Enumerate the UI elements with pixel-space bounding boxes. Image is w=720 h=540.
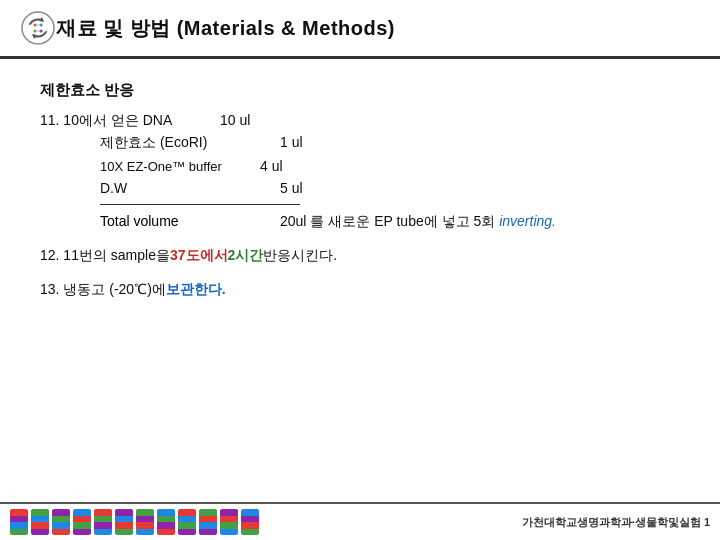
dna-strip	[52, 509, 70, 535]
line13-text: 13. 냉동고 (-20℃)에	[40, 281, 166, 299]
dna-strip	[178, 509, 196, 535]
footer-brand: 가천대학교생명과학과·생물학및실험 1	[522, 515, 710, 530]
dna-strip	[241, 509, 259, 535]
dna-strip	[73, 509, 91, 535]
svg-point-0	[22, 12, 54, 44]
reagent1-line: 제한효소 (EcoRI) 1 ul	[100, 134, 680, 152]
dna-strip	[157, 509, 175, 535]
total-line: Total volume 20ul 를 새로운 EP tube에 넣고 5회 i…	[40, 213, 680, 231]
reagent3-value: 5 ul	[280, 180, 303, 196]
total-desc-text: 20ul 를 새로운 EP tube에 넣고 5회	[280, 213, 495, 229]
reagent2-line: 10X EZ-One™ buffer 4 ul	[100, 158, 680, 174]
line11-value: 10 ul	[220, 112, 250, 128]
line12-text: 12. 11번의 sample을	[40, 247, 170, 265]
line13-highlight: 보관한다.	[166, 281, 226, 299]
dna-strip	[136, 509, 154, 535]
reagent2-label: 10X EZ-One™ buffer	[100, 159, 260, 174]
line11-label: 11. 10에서 얻은 DNA	[40, 112, 220, 130]
page-title: 재료 및 방법 (Materials & Methods)	[56, 15, 395, 42]
dna-strip	[199, 509, 217, 535]
inverting-text: inverting.	[499, 213, 556, 229]
section-title: 제한효소 반응	[40, 81, 680, 100]
footer-dna-strips	[10, 509, 259, 535]
line-12: 12. 11번의 sample을 37도에서 2시간 반응시킨다.	[40, 247, 680, 265]
reagent1-label: 제한효소 (EcoRI)	[100, 134, 280, 152]
dna-logo-icon	[20, 10, 56, 46]
line12-temp: 37도에서	[170, 247, 228, 265]
footer: 가천대학교생명과학과·생물학및실험 1	[0, 502, 720, 540]
dna-strip	[94, 509, 112, 535]
divider	[100, 204, 300, 205]
reagent2-value: 4 ul	[260, 158, 283, 174]
reagent1-value: 1 ul	[280, 134, 303, 150]
dna-strip	[10, 509, 28, 535]
total-desc: 20ul 를 새로운 EP tube에 넣고 5회 inverting.	[280, 213, 556, 231]
main-content: 제한효소 반응 11. 10에서 얻은 DNA 10 ul 제한효소 (EcoR…	[0, 59, 720, 319]
dna-strip	[115, 509, 133, 535]
reagent3-label: D.W	[100, 180, 280, 196]
line-11: 11. 10에서 얻은 DNA 10 ul	[40, 112, 680, 130]
line-13: 13. 냉동고 (-20℃)에 보관한다.	[40, 281, 680, 299]
header: 재료 및 방법 (Materials & Methods)	[0, 0, 720, 59]
dna-strip	[220, 509, 238, 535]
total-label: Total volume	[100, 213, 280, 229]
reagent3-line: D.W 5 ul	[100, 180, 680, 196]
line12-time: 2시간	[228, 247, 264, 265]
line12-rest: 반응시킨다.	[263, 247, 337, 265]
dna-strip	[31, 509, 49, 535]
